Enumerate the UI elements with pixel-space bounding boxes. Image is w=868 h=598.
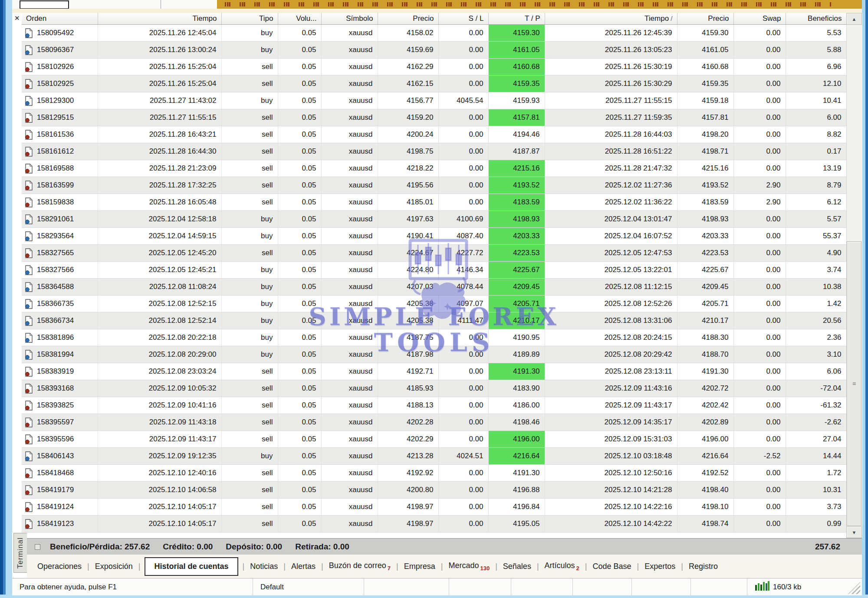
order-number: 158102926 — [37, 62, 74, 70]
close-price-cell: 4198.74 — [677, 516, 733, 532]
close-time-cell: 2025.11.26 15:30:19 — [545, 59, 677, 76]
panel-close-icon[interactable]: ✕ — [14, 15, 20, 21]
table-row[interactable]: 158366734 2025.12.08 12:52:14 buy 0.05 x… — [22, 312, 846, 329]
order-cell: 158393168 — [22, 380, 98, 397]
table-row[interactable]: 158406143 2025.12.09 19:12:35 buy 0.05 x… — [22, 448, 846, 465]
column-header-9[interactable]: Precio — [677, 13, 733, 25]
table-row[interactable]: 158291061 2025.12.04 12:58:18 buy 0.05 x… — [22, 211, 846, 228]
table-row[interactable]: 158129300 2025.11.27 11:43:02 buy 0.05 x… — [22, 92, 846, 109]
symbol-cell: xauusd — [321, 414, 378, 431]
table-row[interactable]: 158393168 2025.12.09 10:05:32 sell 0.05 … — [22, 380, 846, 397]
tab-mercado[interactable]: Mercado130 — [443, 561, 495, 572]
tp-cell: 4203.33 — [488, 228, 545, 245]
column-header-8[interactable]: Tiempo / — [545, 13, 677, 25]
tab-art-culos[interactable]: Artículos2 — [539, 561, 585, 572]
order-doc-icon — [25, 79, 33, 89]
window-border-left-light — [6, 0, 12, 598]
table-row[interactable]: 158159838 2025.11.28 16:05:48 sell 0.05 … — [22, 194, 846, 211]
table-row[interactable]: 158096367 2025.11.26 13:00:24 buy 0.05 x… — [22, 42, 846, 59]
tp-cell: 4216.64 — [488, 448, 545, 465]
order-cell: 158395597 — [22, 414, 98, 431]
column-header-6[interactable]: S / L — [438, 13, 488, 25]
table-row[interactable]: 158419179 2025.12.10 14:06:58 sell 0.05 … — [22, 482, 846, 499]
tab-empresa[interactable]: Empresa — [399, 562, 441, 571]
terminal-side-tab[interactable]: Terminal — [13, 533, 27, 573]
table-row[interactable]: 158419124 2025.12.10 14:05:17 sell 0.05 … — [22, 499, 846, 516]
tab-divider: | — [138, 562, 141, 571]
tab-exposici-n[interactable]: Exposición — [90, 562, 138, 571]
swap-cell: 0.00 — [733, 516, 786, 532]
close-price-cell: 4225.67 — [677, 262, 733, 279]
swap-cell: 0.00 — [733, 482, 786, 499]
volume-cell: 0.05 — [278, 465, 321, 482]
table-row[interactable]: 158383919 2025.12.08 23:03:24 sell 0.05 … — [22, 363, 846, 380]
tab-noticias[interactable]: Noticias — [245, 562, 283, 571]
tab-operaciones[interactable]: Operaciones — [32, 562, 87, 571]
table-row[interactable]: 158418468 2025.12.10 12:40:16 sell 0.05 … — [22, 465, 846, 482]
tab-buz-n-de-correo[interactable]: Buzón de correo7 — [324, 561, 396, 572]
status-profile-cell[interactable]: Default — [253, 578, 364, 595]
table-row[interactable]: 158327565 2025.12.05 12:45:20 sell 0.05 … — [22, 245, 846, 262]
order-doc-icon — [25, 62, 33, 72]
type-cell: sell — [221, 177, 278, 194]
table-row[interactable]: 158102926 2025.11.26 15:25:04 sell 0.05 … — [22, 59, 846, 76]
column-header-4[interactable]: Símbolo — [321, 13, 378, 25]
swap-cell: 0.00 — [733, 397, 786, 414]
table-row[interactable]: 158102925 2025.11.26 15:25:04 sell 0.05 … — [22, 76, 846, 92]
column-header-5[interactable]: Precio — [378, 13, 438, 25]
close-price-cell: 4215.16 — [677, 160, 733, 177]
close-price-cell: 4159.18 — [677, 92, 733, 109]
scrollbar-thumb[interactable]: ≡ — [847, 241, 861, 526]
tab-code-base[interactable]: Code Base — [588, 562, 637, 571]
table-row[interactable]: 158366735 2025.12.08 12:52:15 buy 0.05 x… — [22, 296, 846, 312]
table-row[interactable]: 158293564 2025.12.04 14:59:15 buy 0.05 x… — [22, 228, 846, 245]
tab-registro[interactable]: Registro — [684, 562, 723, 571]
tab-se-ales[interactable]: Señales — [498, 562, 536, 571]
type-cell: sell — [221, 516, 278, 532]
scroll-up-button[interactable]: ▲ — [846, 13, 862, 25]
sl-cell: 4024.51 — [438, 448, 488, 465]
column-header-3[interactable]: Volu... — [278, 13, 321, 25]
table-row[interactable]: 158395596 2025.12.09 11:43:17 sell 0.05 … — [22, 431, 846, 448]
table-row[interactable]: 158393825 2025.12.09 10:41:16 sell 0.05 … — [22, 397, 846, 414]
symbol-cell: xauusd — [321, 296, 378, 312]
table-row[interactable]: 158095492 2025.11.26 12:45:04 buy 0.05 x… — [22, 25, 846, 42]
tab-alertas[interactable]: Alertas — [286, 562, 321, 571]
table-row[interactable]: 158419123 2025.12.10 14:05:17 sell 0.05 … — [22, 516, 846, 532]
table-row[interactable]: 158161536 2025.11.28 16:43:21 sell 0.05 … — [22, 126, 846, 143]
column-header-7[interactable]: T / P — [488, 13, 545, 25]
column-header-10[interactable]: Swap — [733, 13, 786, 25]
close-time-cell: 2025.12.10 14:42:22 — [545, 516, 677, 532]
sl-cell: 4227.72 — [438, 245, 488, 262]
table-row[interactable]: 158381896 2025.12.08 20:22:18 buy 0.05 x… — [22, 329, 846, 346]
resize-grip[interactable] — [848, 582, 860, 594]
symbol-cell: xauusd — [321, 177, 378, 194]
close-time-cell: 2025.12.09 11:43:17 — [545, 397, 677, 414]
close-price-cell: 4191.30 — [677, 363, 733, 380]
swap-cell: 0.00 — [733, 465, 786, 482]
column-header-11[interactable]: Beneficios — [786, 13, 846, 25]
column-header-0[interactable]: Orden — [22, 13, 98, 25]
open-price-cell: 4192.71 — [378, 363, 438, 380]
open-time-cell: 2025.12.09 10:05:32 — [98, 380, 221, 397]
table-row[interactable]: 158364588 2025.12.08 11:08:24 buy 0.05 x… — [22, 279, 846, 296]
table-row[interactable]: 158161612 2025.11.28 16:44:30 sell 0.05 … — [22, 143, 846, 160]
table-row[interactable]: 158395597 2025.12.09 11:43:18 sell 0.05 … — [22, 414, 846, 431]
column-header-1[interactable]: Tiempo — [98, 13, 221, 25]
scroll-down-button[interactable]: ▼ — [846, 526, 862, 538]
table-row[interactable]: 158129515 2025.11.27 11:55:15 sell 0.05 … — [22, 109, 846, 126]
table-row[interactable]: 158163599 2025.11.28 17:32:25 sell 0.05 … — [22, 177, 846, 194]
tab-historial-de-cuentas[interactable]: Historial de cuentas — [145, 557, 238, 576]
table-row[interactable]: 158327566 2025.12.05 12:45:21 buy 0.05 x… — [22, 262, 846, 279]
column-header-2[interactable]: Tipo — [221, 13, 278, 25]
open-price-cell: 4207.03 — [378, 279, 438, 296]
top-input-box[interactable] — [20, 0, 69, 9]
type-cell: buy — [221, 346, 278, 363]
open-time-cell: 2025.11.26 15:25:04 — [98, 76, 221, 92]
table-row[interactable]: 158169588 2025.11.28 21:23:09 sell 0.05 … — [22, 160, 846, 177]
tab-expertos[interactable]: Expertos — [639, 562, 681, 571]
order-cell: 158129300 — [22, 92, 98, 109]
table-row[interactable]: 158381994 2025.12.08 20:29:00 buy 0.05 x… — [22, 346, 846, 363]
tab-divider: | — [242, 562, 245, 571]
tp-cell: 4186.00 — [488, 397, 545, 414]
